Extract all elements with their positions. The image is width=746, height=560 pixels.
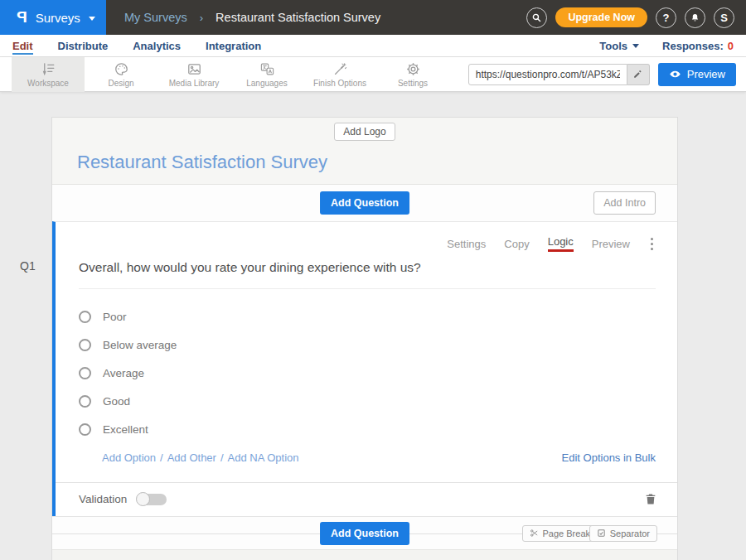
edit-url-button[interactable] [627, 64, 650, 85]
page-break-button[interactable]: Page Break [522, 525, 598, 542]
tab-edit[interactable]: Edit [12, 40, 33, 52]
question-settings-link[interactable]: Settings [447, 238, 486, 250]
responses-counter[interactable]: Responses: 0 [662, 40, 734, 52]
breadcrumb: My Surveys › Restaurant Satisfaction Sur… [124, 11, 380, 24]
radio-button[interactable] [79, 311, 91, 323]
questionpro-logo-icon: P [17, 8, 27, 27]
survey-editor-canvas: Q1 Add Logo Restaurant Satisfaction Surv… [0, 92, 746, 560]
responses-count: 0 [728, 40, 734, 52]
toolbar-label: Media Library [169, 79, 220, 88]
add-na-option-link[interactable]: Add NA Option [228, 451, 299, 464]
survey-card: Add Logo Restaurant Satisfaction Survey … [51, 117, 678, 560]
toggle-knob [136, 492, 150, 506]
workspace-list-icon [41, 61, 56, 77]
toolbar-label: Workspace [27, 79, 69, 88]
option-label[interactable]: Good [103, 395, 130, 408]
answer-option-row: Excellent [79, 423, 677, 436]
product-label: Surveys [36, 11, 80, 25]
tab-analytics[interactable]: Analytics [133, 40, 181, 52]
search-icon [531, 12, 542, 23]
upgrade-now-button[interactable]: Upgrade Now [555, 7, 647, 27]
scissors-icon [530, 529, 539, 538]
option-label[interactable]: Excellent [103, 423, 148, 436]
tools-label: Tools [599, 40, 627, 52]
tab-integration[interactable]: Integration [206, 40, 261, 52]
top-bar: P Surveys My Surveys › Restaurant Satisf… [0, 0, 746, 35]
link-separator: / [160, 451, 163, 464]
survey-header-section: Add Logo Restaurant Satisfaction Survey [52, 118, 677, 185]
tab-distribute[interactable]: Distribute [58, 40, 109, 52]
toolbar-item-design[interactable]: Design [85, 57, 157, 92]
toolbar-label: Languages [246, 79, 288, 88]
add-other-link[interactable]: Add Other [167, 451, 216, 464]
answer-options-list: Poor Below average Average Good Excellen… [79, 311, 677, 436]
toolbar-item-settings[interactable]: Settings [376, 57, 449, 92]
toolbar-item-finish-options[interactable]: Finish Options [303, 57, 376, 92]
add-logo-button[interactable]: Add Logo [334, 123, 395, 141]
radio-button[interactable] [79, 367, 91, 379]
answer-option-row: Below average [79, 339, 677, 351]
validation-row: Validation [56, 482, 677, 516]
validation-toggle[interactable] [137, 494, 167, 505]
preview-button[interactable]: Preview [658, 63, 736, 86]
topbar-actions: Upgrade Now ? S [526, 7, 746, 28]
toolbar-label: Finish Options [313, 79, 366, 88]
radio-button[interactable] [79, 423, 91, 436]
eye-icon [669, 68, 681, 80]
palette-icon [114, 61, 129, 77]
workspace-toolbar: Workspace Design Media Library Languages… [0, 57, 746, 92]
breadcrumb-my-surveys[interactable]: My Surveys [124, 11, 187, 24]
survey-url-group [468, 64, 650, 85]
page-break-label: Page Break [543, 529, 590, 538]
help-button[interactable]: ? [656, 7, 676, 28]
survey-tab-nav: Edit Distribute Analytics Integration To… [0, 35, 746, 57]
pencil-icon [632, 69, 643, 80]
search-button[interactable] [526, 7, 547, 28]
delete-question-button[interactable] [644, 492, 657, 506]
avatar-initial: S [720, 12, 728, 24]
translate-icon [259, 61, 275, 77]
next-section-strip [52, 549, 677, 560]
question-copy-link[interactable]: Copy [504, 238, 529, 250]
account-avatar[interactable]: S [714, 7, 734, 28]
option-label[interactable]: Poor [103, 311, 127, 323]
toolbar-item-workspace[interactable]: Workspace [12, 57, 85, 92]
trash-icon [644, 492, 657, 506]
radio-button[interactable] [79, 395, 91, 408]
gear-icon [405, 61, 421, 77]
add-question-button-bottom[interactable]: Add Question [320, 522, 409, 545]
add-question-button-top[interactable]: Add Question [320, 191, 409, 215]
question-mark-icon: ? [663, 12, 670, 24]
separator-label: Separator [610, 529, 650, 538]
add-option-link[interactable]: Add Option [102, 451, 156, 464]
question-text[interactable]: Overall, how would you rate your dining … [79, 260, 656, 289]
separator-button[interactable]: Separator [589, 525, 657, 542]
toolbar-item-languages[interactable]: Languages [230, 57, 303, 92]
validation-label: Validation [79, 493, 127, 505]
question-card-q1: Settings Copy Logic Preview Overall, how… [52, 221, 677, 516]
edit-options-in-bulk-link[interactable]: Edit Options in Bulk [562, 451, 656, 464]
option-label[interactable]: Below average [103, 339, 177, 351]
toolbar-label: Design [108, 79, 133, 88]
option-label[interactable]: Average [103, 367, 144, 379]
questionpro-surveys-menu[interactable]: P Surveys [0, 0, 106, 35]
question-actions: Settings Copy Logic Preview [56, 222, 677, 252]
question-preview-link[interactable]: Preview [592, 238, 630, 250]
notifications-button[interactable] [685, 7, 705, 28]
chevron-down-icon [89, 17, 95, 21]
survey-title[interactable]: Restaurant Satisfaction Survey [77, 152, 677, 173]
toolbar-item-media-library[interactable]: Media Library [157, 57, 230, 92]
answer-option-row: Poor [79, 311, 677, 323]
radio-button[interactable] [79, 339, 91, 351]
tools-dropdown[interactable]: Tools [599, 40, 639, 52]
answer-option-row: Good [79, 395, 677, 408]
image-icon [186, 61, 202, 77]
question-more-menu-icon[interactable] [648, 236, 656, 252]
survey-url-input[interactable] [468, 64, 627, 85]
chevron-down-icon [632, 44, 639, 48]
add-intro-button[interactable]: Add Intro [593, 191, 656, 215]
question-logic-link[interactable]: Logic [548, 235, 574, 252]
answer-option-row: Average [79, 367, 677, 379]
breadcrumb-current-survey: Restaurant Satisfaction Survey [216, 11, 380, 24]
checkbox-icon [597, 529, 606, 538]
